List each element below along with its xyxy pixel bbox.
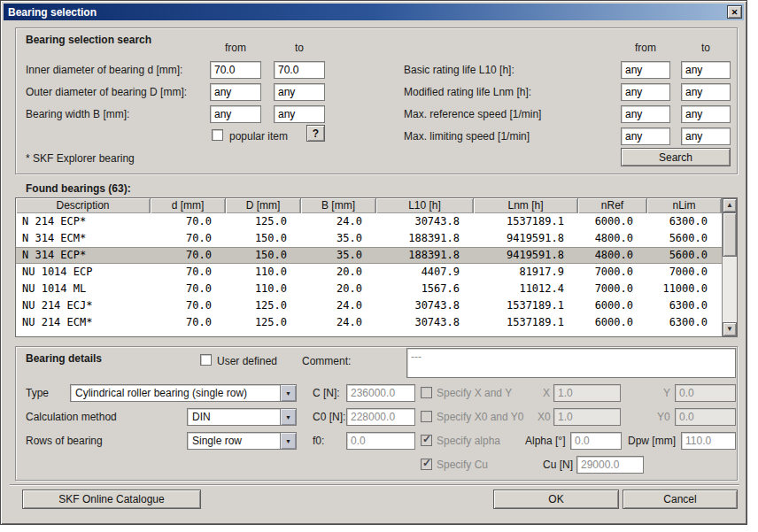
- user-defined-checkbox[interactable]: [200, 354, 212, 366]
- table-row[interactable]: NU 1014 ML70.0110.020.01567.611012.47000…: [16, 281, 722, 297]
- column-header[interactable]: nLim: [647, 198, 722, 213]
- table-cell: N 314 ECM*: [16, 230, 151, 247]
- f0-field: [346, 432, 415, 450]
- cancel-button[interactable]: Cancel: [623, 490, 738, 509]
- table-cell: 125.0: [226, 213, 301, 230]
- c0-field: [346, 408, 415, 426]
- table-cell: 4800.0: [578, 230, 647, 247]
- basic-rating-life-to-input[interactable]: [681, 61, 731, 79]
- table-cell: 70.0: [151, 297, 226, 314]
- from-column-header-right: from: [621, 42, 670, 54]
- scrollbar-thumb[interactable]: [723, 212, 737, 257]
- comment-label: Comment:: [302, 355, 351, 367]
- x-field: [553, 384, 621, 402]
- x0-field: [553, 408, 621, 426]
- outer-diameter-to-input[interactable]: [274, 83, 325, 101]
- from-column-header-left: from: [210, 42, 261, 54]
- table-row[interactable]: NU 1014 ECP70.0110.020.04407.981917.9700…: [16, 264, 722, 281]
- modified-rating-life-to-input[interactable]: [681, 83, 731, 101]
- column-header[interactable]: L10 [h]: [376, 198, 474, 213]
- c0-label: C0 [N]:: [313, 411, 345, 423]
- modified-rating-life-from-input[interactable]: [621, 83, 670, 101]
- table-cell: 70.0: [151, 314, 226, 331]
- ok-button[interactable]: OK: [493, 490, 619, 509]
- column-header[interactable]: B [mm]: [301, 198, 376, 213]
- cu-label: Cu [N]: [543, 459, 573, 471]
- rows-of-bearing-value: Single row: [192, 435, 277, 448]
- bearing-width-from-input[interactable]: [210, 105, 261, 123]
- table-cell: 70.0: [151, 281, 226, 297]
- c-field: [346, 384, 415, 402]
- table-cell: 35.0: [301, 247, 376, 264]
- table-cell: NU 1014 ECP: [16, 264, 151, 281]
- comment-field[interactable]: ---: [406, 348, 736, 378]
- search-heading: Bearing selection search: [26, 34, 151, 46]
- inner-diameter-label: Inner diameter of bearing d [mm]:: [26, 64, 182, 76]
- scroll-up-button[interactable]: ▲: [723, 198, 737, 212]
- table-cell: 24.0: [301, 297, 376, 314]
- table-cell: 70.0: [151, 264, 226, 281]
- rows-of-bearing-select[interactable]: Single row ▼: [187, 432, 297, 450]
- table-cell: 70.0: [151, 247, 226, 264]
- bearing-width-to-input[interactable]: [274, 105, 325, 123]
- popular-item-checkbox[interactable]: [212, 129, 223, 141]
- table-row[interactable]: NU 214 ECM*70.0125.024.030743.81537189.1…: [16, 314, 722, 331]
- table-cell: 6300.0: [647, 314, 722, 331]
- table-cell: 125.0: [226, 314, 301, 331]
- table-cell: 5600.0: [647, 247, 722, 264]
- help-button[interactable]: ?: [306, 125, 325, 142]
- type-select[interactable]: Cylindrical roller bearing (single row) …: [70, 384, 297, 402]
- footer-separator: [10, 484, 739, 486]
- table-cell: 70.0: [151, 213, 226, 230]
- table-row[interactable]: N 314 ECP*70.0150.035.0188391.89419591.8…: [16, 247, 722, 264]
- column-header[interactable]: Lnm [h]: [474, 198, 578, 213]
- table-cell: 1537189.1: [474, 297, 578, 314]
- type-label: Type: [26, 387, 49, 399]
- table-row[interactable]: N 314 ECM*70.0150.035.0188391.89419591.8…: [16, 230, 722, 247]
- modified-rating-life-label: Modified rating life Lnm [h]:: [404, 86, 531, 98]
- table-cell: 6000.0: [578, 213, 647, 230]
- search-button[interactable]: Search: [621, 148, 731, 166]
- to-column-header-left: to: [274, 42, 325, 54]
- table-cell: 1567.6: [376, 281, 474, 297]
- close-button[interactable]: ✕: [727, 5, 742, 19]
- y0-field: [675, 408, 736, 426]
- inner-diameter-to-input[interactable]: [274, 61, 325, 79]
- table-cell: 188391.8: [376, 247, 474, 264]
- title-bar[interactable]: Bearing selection ✕: [4, 4, 744, 20]
- alpha-field: [570, 432, 622, 450]
- column-header[interactable]: d [mm]: [151, 198, 226, 213]
- column-header[interactable]: Description: [16, 198, 151, 213]
- max-limiting-speed-from-input[interactable]: [621, 127, 670, 145]
- table-row[interactable]: NU 214 ECJ*70.0125.024.030743.81537189.1…: [16, 297, 722, 314]
- max-reference-speed-from-input[interactable]: [621, 105, 670, 123]
- x0-label: X0: [538, 411, 551, 423]
- column-header[interactable]: nRef: [578, 198, 647, 213]
- column-header[interactable]: D [mm]: [226, 198, 301, 213]
- outer-diameter-from-input[interactable]: [210, 83, 261, 101]
- results-scrollbar[interactable]: ▲ ▼: [722, 198, 737, 336]
- results-body: N 214 ECP*70.0125.024.030743.81537189.16…: [16, 213, 722, 336]
- table-cell: 4800.0: [578, 247, 647, 264]
- table-cell: N 214 ECP*: [16, 213, 151, 230]
- basic-rating-life-from-input[interactable]: [621, 61, 670, 79]
- window-title: Bearing selection: [8, 6, 97, 19]
- calculation-method-label: Calculation method: [26, 411, 117, 423]
- table-cell: NU 1014 ML: [16, 281, 151, 297]
- max-limiting-speed-to-input[interactable]: [681, 127, 731, 145]
- skf-online-catalogue-button[interactable]: SKF Online Catalogue: [22, 490, 201, 509]
- calculation-method-select[interactable]: DIN ▼: [187, 408, 297, 426]
- max-reference-speed-to-input[interactable]: [681, 105, 731, 123]
- chevron-down-icon[interactable]: ▼: [280, 409, 296, 425]
- chevron-down-icon[interactable]: ▼: [280, 433, 296, 449]
- table-row[interactable]: N 214 ECP*70.0125.024.030743.81537189.16…: [16, 213, 722, 230]
- table-cell: 188391.8: [376, 230, 474, 247]
- scroll-down-button[interactable]: ▼: [723, 322, 737, 336]
- table-cell: 150.0: [226, 230, 301, 247]
- inner-diameter-from-input[interactable]: [210, 61, 261, 79]
- table-cell: 24.0: [301, 213, 376, 230]
- table-cell: NU 214 ECJ*: [16, 297, 151, 314]
- dpw-label: Dpw [mm]: [628, 435, 676, 447]
- dpw-field: [681, 432, 736, 450]
- chevron-down-icon[interactable]: ▼: [280, 385, 296, 401]
